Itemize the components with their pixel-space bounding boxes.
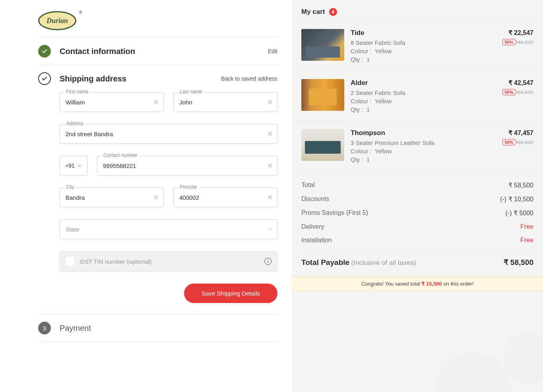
contact-number-label: Contact number [102, 153, 139, 158]
product-colour: Colour : Yellow [351, 98, 496, 104]
payable-sublabel: (Inclusive of all taxes) [351, 259, 416, 266]
first-name-label: First name [64, 89, 90, 95]
product-price: ₹ 47,457 [502, 129, 533, 137]
save-shipping-button[interactable]: Save Shipping Details [184, 284, 277, 303]
step-shipping: Shipping address Back to saved address [38, 65, 277, 92]
step-payment: 3 Payment [38, 315, 277, 342]
clear-icon[interactable]: ✕ [153, 194, 159, 201]
step-shipping-title: Shipping address [60, 74, 221, 83]
gst-row: GST TIN number (optional) i [60, 251, 277, 272]
last-name-input[interactable] [173, 92, 277, 112]
product-desc: 8 Seater Fabric Sofa [351, 39, 496, 46]
cart-item: Thompson 3 Seater Premium Leather Sofa C… [292, 122, 543, 172]
country-code-value: +91 [65, 162, 75, 169]
state-select[interactable] [60, 219, 277, 239]
discounts-label: Discounts [301, 195, 329, 203]
check-icon [38, 45, 51, 58]
step-contact-title: Contact information [60, 47, 268, 56]
back-to-saved-link[interactable]: Back to saved address [221, 75, 277, 82]
payable-value: ₹ 58,500 [504, 258, 533, 267]
product-thumbnail [301, 129, 344, 161]
product-desc: 3 Seater Premium Leather Sofa [351, 139, 496, 146]
product-colour: Colour : Yellow [351, 48, 496, 54]
product-colour: Colour : Yellow [351, 148, 496, 154]
last-name-label: Last name [178, 89, 204, 95]
delivery-label: Delivery [301, 223, 324, 230]
check-icon [38, 72, 51, 85]
registered-mark: ® [79, 10, 82, 15]
chevron-down-icon [77, 163, 82, 168]
installation-label: Installation [301, 237, 332, 244]
promo-value: (-) ₹ 5000 [506, 209, 533, 217]
country-code-select[interactable]: +91 [60, 156, 87, 176]
edit-contact-link[interactable]: Edit [268, 48, 277, 54]
cart-item: Alder 2 Seater Fabric Sofa Colour : Yell… [292, 72, 543, 122]
brand-logo: Durian ® [38, 11, 80, 30]
totals-section: Total₹ 58,500 Discounts(-) ₹ 10,500 Prom… [292, 172, 543, 276]
clear-icon[interactable]: ✕ [153, 99, 159, 106]
cart-item: Tide 8 Seater Fabric Sofa Colour : Yello… [292, 22, 543, 72]
step-number-icon: 3 [38, 322, 51, 334]
step-contact: Contact information Edit [38, 38, 277, 65]
clear-icon[interactable]: ✕ [267, 162, 273, 169]
gst-checkbox[interactable] [66, 257, 74, 266]
city-label: City [64, 184, 76, 190]
pincode-input[interactable] [173, 187, 277, 207]
delivery-value: Free [520, 223, 533, 230]
product-qty: Qty : 1 [351, 56, 496, 63]
clear-icon[interactable]: ✕ [267, 131, 273, 137]
product-old-price: 94,500 [518, 139, 533, 145]
total-value: ₹ 58,500 [508, 182, 533, 189]
product-name: Tide [351, 29, 496, 37]
total-label: Total [301, 182, 315, 189]
product-thumbnail [301, 79, 344, 111]
product-old-price: 84,500 [518, 89, 533, 95]
step-payment-title: Payment [60, 324, 277, 333]
savings-banner: Congrats! You saved total ₹ 15,500 on th… [292, 276, 543, 291]
contact-number-input[interactable] [97, 156, 277, 176]
product-price: ₹ 42,547 [502, 79, 533, 87]
discount-badge: 50% [502, 139, 515, 145]
product-desc: 2 Seater Fabric Sofa [351, 89, 496, 96]
brand-name: Durian [38, 11, 76, 30]
pincode-label: Pincode [178, 184, 198, 190]
address-input[interactable] [60, 124, 277, 144]
info-icon[interactable]: i [264, 258, 272, 265]
discounts-value: (-) ₹ 10,500 [500, 195, 533, 203]
product-name: Alder [351, 79, 496, 87]
product-old-price: 44,500 [518, 39, 533, 45]
product-price: ₹ 22,547 [502, 29, 533, 37]
product-name: Thompson [351, 129, 496, 137]
first-name-input[interactable] [60, 92, 164, 112]
discount-badge: 50% [502, 39, 515, 45]
address-label: Address [64, 121, 85, 126]
product-thumbnail [301, 29, 344, 61]
discount-badge: 50% [502, 89, 515, 95]
payable-label: Total Payable [301, 258, 349, 266]
promo-label: Promo Savings (First 5) [301, 209, 368, 217]
product-qty: Qty : 1 [351, 156, 496, 163]
clear-icon[interactable]: ✕ [267, 99, 273, 106]
clear-icon[interactable]: ✕ [267, 194, 273, 201]
cart-header: My cart 4 [292, 0, 543, 22]
savings-amount: ₹ 15,500 [421, 281, 442, 287]
product-qty: Qty : 1 [351, 106, 496, 113]
cart-count-badge: 4 [329, 8, 337, 16]
cart-title: My cart [301, 8, 325, 16]
installation-value: Free [520, 237, 533, 244]
city-input[interactable] [60, 187, 164, 207]
gst-label: GST TIN number (optional) [80, 258, 259, 265]
